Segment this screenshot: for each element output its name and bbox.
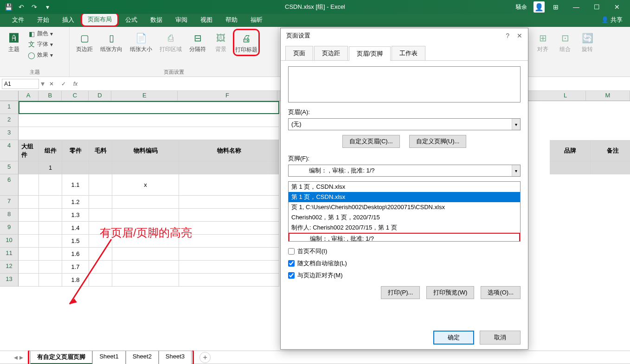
footer-dropdown[interactable]: 第 1 页，CSDN.xlsx 第 1 页，CSDN.xlsx 页 1, C:\… — [288, 181, 521, 242]
footer-option[interactable]: Cherish002，第 1 页，2020/7/15 — [289, 212, 520, 223]
row-header[interactable]: 7 — [0, 196, 19, 209]
colors-button[interactable]: ◧颜色 ▾ — [26, 29, 55, 38]
custom-footer-button[interactable]: 自定义页脚(U)... — [409, 135, 467, 148]
tab-help[interactable]: 帮助 — [219, 13, 244, 27]
col-header-e[interactable]: E — [111, 91, 178, 101]
background-button[interactable]: 🖼背景 — [211, 29, 231, 55]
col-header-a[interactable]: A — [19, 91, 39, 101]
dialog-titlebar: 页面设置 ? ✕ — [281, 28, 528, 43]
effects-button[interactable]: ◯效果 ▾ — [26, 50, 55, 60]
sheet-tab-1[interactable]: Sheet1 — [92, 351, 125, 364]
ribbon-options-icon[interactable]: ⊞ — [546, 0, 565, 14]
tab-foxit[interactable]: 福昕 — [244, 13, 269, 27]
qat-more-icon[interactable]: ▾ — [43, 2, 52, 12]
row-header[interactable]: 5 — [0, 161, 19, 174]
col-header-l[interactable]: L — [545, 91, 585, 101]
col-header-b[interactable]: B — [39, 91, 62, 101]
footer-option[interactable]: 第 1 页，CSDN.xlsx — [289, 182, 520, 192]
footer-option-highlighted[interactable]: 编制：, 审核: , 批准: 1/? — [289, 233, 520, 242]
avatar-icon[interactable]: 👤 — [534, 1, 545, 13]
orientation-button[interactable]: ▯纸张方向 — [97, 29, 125, 55]
custom-header-button[interactable]: 自定义页眉(C)... — [342, 135, 400, 148]
colors-icon: ◧ — [28, 30, 35, 38]
dialog-tab-header-footer[interactable]: 页眉/页脚 — [349, 46, 391, 61]
preview-button[interactable]: 打印预览(W) — [426, 286, 474, 299]
tab-file[interactable]: 文件 — [6, 13, 31, 27]
col-header-d[interactable]: D — [89, 91, 112, 101]
row-header[interactable]: 2 — [0, 114, 19, 127]
add-sheet-button[interactable]: + — [199, 352, 211, 363]
col-header-m[interactable]: M — [586, 91, 630, 101]
ok-button[interactable]: 确定 — [433, 331, 474, 345]
row-header[interactable]: 6 — [0, 174, 19, 196]
name-box[interactable]: A1 — [2, 79, 39, 89]
row-header[interactable]: 13 — [0, 274, 19, 287]
save-icon[interactable]: 💾 — [4, 2, 13, 12]
scale-checkbox[interactable] — [288, 260, 295, 267]
cancel-button[interactable]: 取消 — [480, 331, 521, 345]
redo-icon[interactable]: ↷ — [30, 2, 39, 12]
tab-data[interactable]: 数据 — [144, 13, 169, 27]
footer-select[interactable]: 编制： , 审核: , 批准: 1/? ▾ — [288, 165, 521, 177]
cancel-fx-icon[interactable]: ✕ — [46, 81, 57, 87]
sheet-tab-2[interactable]: Sheet2 — [126, 351, 159, 364]
align-checkbox[interactable] — [288, 272, 295, 279]
sheet-tab-custom[interactable]: 有自定义页眉页脚 — [30, 351, 92, 364]
cells-grid[interactable]: 大组件 组件 零件 毛料 物料编码 物料名称 1 1.1 x 1.2 1.3 1… — [19, 101, 279, 287]
margins-button[interactable]: ▢页边距 — [73, 29, 96, 55]
enter-fx-icon[interactable]: ✓ — [58, 81, 69, 87]
minimize-icon[interactable]: — — [567, 0, 585, 14]
tab-page-layout[interactable]: 页面布局 — [81, 12, 119, 27]
footer-option[interactable]: 制作人: Cherish002 2020/7/15，第 1 页 — [289, 223, 520, 233]
footer-option-selected[interactable]: 第 1 页，CSDN.xlsx — [289, 192, 520, 202]
th: 物料名称 — [179, 140, 279, 161]
sheet-tab-3[interactable]: Sheet3 — [159, 351, 192, 364]
tab-view[interactable]: 视图 — [194, 13, 219, 27]
row-header[interactable]: 1 — [0, 101, 19, 114]
dialog-close-icon[interactable]: ✕ — [517, 32, 522, 39]
rotate-button[interactable]: 🔄旋转 — [577, 29, 598, 55]
col-header-c[interactable]: C — [62, 91, 89, 101]
dialog-tab-page[interactable]: 页面 — [285, 46, 313, 60]
breaks-button[interactable]: ⊟分隔符 — [186, 29, 209, 55]
row-header[interactable]: 11 — [0, 248, 19, 261]
dialog-tab-sheet[interactable]: 工作表 — [392, 46, 425, 60]
themes-button[interactable]: 🅰主题 — [4, 29, 24, 55]
size-button[interactable]: 📄纸张大小 — [127, 29, 155, 55]
print-titles-button[interactable]: 🖨打印标题 — [233, 29, 260, 56]
close-icon[interactable]: ✕ — [608, 0, 626, 14]
fx-icon[interactable]: fx — [71, 81, 80, 87]
align-button[interactable]: ⊞对齐 — [533, 29, 553, 55]
row-header[interactable]: 9 — [0, 222, 19, 235]
header-select[interactable]: (无) ▾ — [288, 118, 521, 130]
namebox-dropdown-icon[interactable]: ▾ — [41, 79, 45, 88]
align-icon: ⊞ — [535, 31, 550, 45]
dialog-tab-margins[interactable]: 页边距 — [314, 46, 348, 60]
row-header[interactable]: 4 — [0, 140, 19, 161]
row-header[interactable]: 8 — [0, 209, 19, 222]
footer-option[interactable]: 页 1, C:\Users\Cherish002\Desktop\2020071… — [289, 202, 520, 212]
tab-home[interactable]: 开始 — [31, 13, 56, 27]
group-button[interactable]: ⊡组合 — [555, 29, 575, 55]
print-area-button[interactable]: ⎙打印区域 — [157, 29, 185, 55]
th: 毛料 — [89, 140, 112, 161]
tab-insert[interactable]: 插入 — [56, 13, 81, 27]
firstpage-checkbox[interactable] — [288, 248, 295, 255]
row-header[interactable]: 3 — [0, 127, 19, 140]
col-header-f[interactable]: F — [178, 91, 277, 101]
dialog-help-icon[interactable]: ? — [506, 32, 509, 39]
print-button[interactable]: 打印(P)... — [381, 286, 420, 299]
sheet-nav[interactable]: ◂ ▸ — [9, 353, 28, 362]
fonts-button[interactable]: 文字体 ▾ — [26, 39, 55, 49]
select-all-corner[interactable] — [0, 91, 19, 101]
maximize-icon[interactable]: ☐ — [587, 0, 606, 14]
undo-icon[interactable]: ↶ — [17, 2, 26, 12]
tab-formulas[interactable]: 公式 — [119, 13, 144, 27]
tab-review[interactable]: 审阅 — [169, 13, 194, 27]
row-header[interactable]: 10 — [0, 235, 19, 248]
options-button[interactable]: 选项(O)... — [481, 286, 521, 299]
background-icon: 🖼 — [213, 31, 228, 45]
row-header[interactable]: 12 — [0, 261, 19, 274]
share-button[interactable]: 👤 共享 — [594, 13, 630, 27]
orientation-icon: ▯ — [104, 31, 119, 45]
